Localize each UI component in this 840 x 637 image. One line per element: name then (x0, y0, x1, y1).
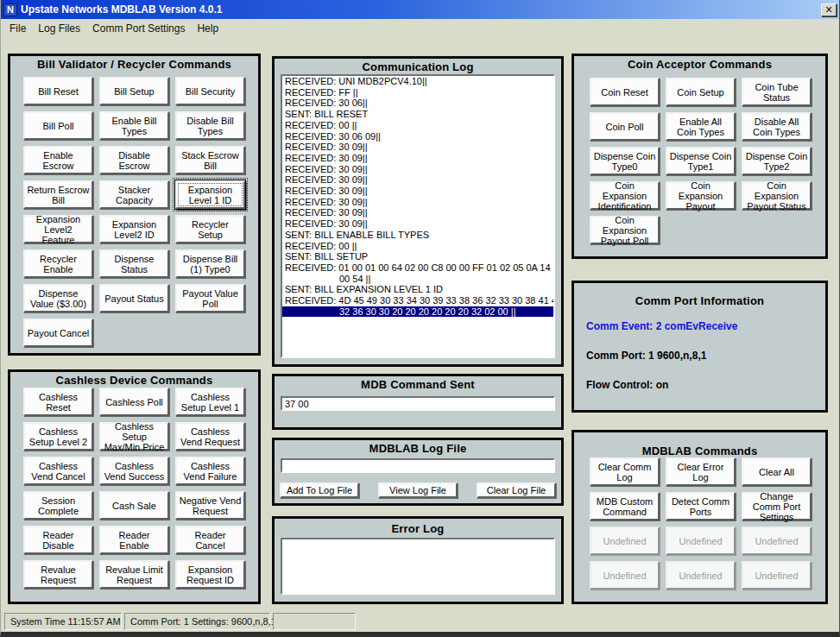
log-line[interactable]: SENT: BILL EXPANSION LEVEL 1 ID (282, 284, 553, 295)
log-line-selected[interactable]: 32 36 30 30 20 20 20 20 20 20 32 02 00 |… (282, 306, 553, 318)
disable-escrow-button[interactable]: Disable Escrow (99, 146, 169, 174)
mdblab-commands-title: MDBLAB Commands (574, 445, 825, 457)
log-line[interactable]: RECEIVED: 4D 45 49 30 33 34 30 39 33 38 … (282, 295, 553, 306)
coin-expansion-payout-button[interactable]: Coin Expansion Payout (666, 181, 736, 210)
bill-reset-button[interactable]: Bill Reset (23, 77, 93, 105)
revalue-request-button[interactable]: Revalue Request (23, 560, 93, 589)
clear-log-file-button[interactable]: Clear Log File (477, 482, 556, 498)
enable-all-coin-types-button[interactable]: Enable All Coin Types (666, 112, 736, 141)
reader-enable-button[interactable]: Reader Enable (99, 526, 169, 554)
log-line[interactable]: RECEIVED: 01 00 01 00 64 02 00 C8 00 00 … (282, 262, 553, 274)
log-line[interactable]: RECEIVED: 30 09|| (282, 218, 553, 230)
recycler-setup-button[interactable]: Recycler Setup (175, 215, 245, 243)
stack-escrow-bill-button[interactable]: Stack Escrow Bill (175, 146, 245, 174)
menu-file[interactable]: File (4, 21, 31, 36)
log-line[interactable]: RECEIVED: UNI MDB2PCV4.10|| (282, 76, 553, 87)
clear-error-log-button[interactable]: Clear Error Log (666, 457, 736, 486)
log-line[interactable]: SENT: BILL RESET (282, 109, 553, 120)
dispense-coin-type2-button[interactable]: Dispense Coin Type2 (742, 147, 812, 175)
bill-setup-button[interactable]: Bill Setup (99, 77, 169, 105)
mdb-command-sent-input[interactable] (281, 396, 555, 411)
cashless-setup-level-2-button[interactable]: Cashless Setup Level 2 (23, 422, 93, 451)
dispense-value-3-00-button[interactable]: Dispense Value ($3.00) (23, 284, 93, 312)
negative-vend-request-button[interactable]: Negative Vend Request (175, 491, 245, 520)
revalue-limit-request-button[interactable]: Revalue Limit Request (99, 560, 169, 589)
bill-security-button[interactable]: Bill Security (175, 77, 245, 105)
reader-cancel-button[interactable]: Reader Cancel (175, 526, 245, 554)
change-comm-port-settings-button[interactable]: Change Comm Port Settings (742, 492, 812, 520)
enable-escrow-button[interactable]: Enable Escrow (23, 146, 93, 174)
return-escrow-bill-button[interactable]: Return Escrow Bill (23, 180, 93, 209)
log-line[interactable]: RECEIVED: 00 || (282, 120, 553, 131)
coin-expansion-identification-button[interactable]: Coin Expansion Identification (590, 181, 660, 210)
menu-comm-port-settings[interactable]: Comm Port Settings (87, 21, 190, 36)
log-line[interactable]: RECEIVED: 30 09|| (282, 164, 553, 175)
stacker-capacity-button[interactable]: Stacker Capacity (99, 180, 169, 209)
cashless-setup-max-min-price-button[interactable]: Cashless Setup Max/Min Price (99, 422, 169, 451)
title-bar: N Upstate Networks MDBLAB Version 4.0.1 … (1, 0, 839, 19)
undefined-button: Undefined (742, 527, 812, 555)
menu-help[interactable]: Help (192, 21, 224, 36)
coin-expansion-payout-status-button[interactable]: Coin Expansion Payout Status (742, 181, 812, 210)
bill-poll-button[interactable]: Bill Poll (23, 111, 93, 140)
log-line[interactable]: RECEIVED: 30 09|| (282, 207, 553, 218)
reader-disable-button[interactable]: Reader Disable (23, 526, 93, 554)
dispense-bill-1-type0-button[interactable]: Dispense Bill (1) Type0 (175, 249, 245, 278)
cashless-reset-button[interactable]: Cashless Reset (23, 388, 93, 416)
recycler-enable-button[interactable]: Recycler Enable (23, 249, 93, 278)
log-line[interactable]: RECEIVED: 30 09|| (282, 174, 553, 186)
mdblab-commands-panel: MDBLAB Commands Clear Comm LogClear Erro… (572, 430, 828, 604)
cash-sale-button[interactable]: Cash Sale (99, 491, 169, 520)
status-bar: System Time 11:15:57 AM Comm Port: 1 Set… (1, 610, 839, 632)
log-line[interactable]: RECEIVED: 30 09|| (282, 197, 553, 208)
clear-all-button[interactable]: Clear All (742, 457, 812, 486)
coin-setup-button[interactable]: Coin Setup (666, 78, 736, 106)
expansion-level-1-id-button[interactable]: Expansion Level 1 ID (175, 180, 245, 209)
comm-port-value: Comm Port: 1 9600,n,8,1 (574, 350, 825, 362)
log-line[interactable]: RECEIVED: 30 06|| (282, 98, 553, 109)
cashless-vend-cancel-button[interactable]: Cashless Vend Cancel (23, 457, 93, 485)
cashless-vend-failure-button[interactable]: Cashless Vend Failure (175, 457, 245, 485)
mdblab-log-file-input[interactable] (281, 458, 555, 473)
cashless-device-panel: Cashless Device Commands Cashless ResetC… (8, 369, 261, 604)
expansion-level2-id-button[interactable]: Expansion Level2 ID (99, 215, 169, 243)
payout-value-poll-button[interactable]: Payout Value Poll (175, 284, 245, 312)
log-line[interactable]: RECEIVED: FF || (282, 87, 553, 98)
coin-reset-button[interactable]: Coin Reset (590, 78, 660, 106)
cashless-vend-success-button[interactable]: Cashless Vend Success (99, 457, 169, 485)
disable-bill-types-button[interactable]: Disable Bill Types (175, 111, 245, 140)
cashless-vend-request-button[interactable]: Cashless Vend Request (175, 422, 245, 451)
dispense-coin-type1-button[interactable]: Dispense Coin Type1 (666, 147, 736, 175)
view-log-file-button[interactable]: View Log File (378, 482, 458, 498)
mdb-custom-command-button[interactable]: MDB Custom Command (590, 492, 660, 520)
error-log-list[interactable] (281, 538, 555, 595)
log-line[interactable]: SENT: BILL SETUP (282, 251, 553, 262)
log-line[interactable]: SENT: BILL ENABLE BILL TYPES (282, 230, 553, 241)
session-complete-button[interactable]: Session Complete (23, 491, 93, 520)
communication-log-list[interactable]: RECEIVED: UNI MDB2PCV4.10||RECEIVED: FF … (281, 74, 555, 358)
add-to-log-file-button[interactable]: Add To Log File (280, 482, 359, 498)
expansion-level2-feature-button[interactable]: Expansion Level2 Feature (23, 215, 93, 243)
payout-status-button[interactable]: Payout Status (99, 284, 169, 312)
dispense-coin-type0-button[interactable]: Dispense Coin Type0 (590, 147, 660, 175)
clear-comm-log-button[interactable]: Clear Comm Log (590, 457, 660, 486)
menu-log-files[interactable]: Log Files (33, 21, 85, 36)
log-line[interactable]: RECEIVED: 30 09|| (282, 142, 553, 153)
enable-bill-types-button[interactable]: Enable Bill Types (99, 111, 169, 140)
dispense-status-button[interactable]: Dispense Status (99, 249, 169, 278)
close-icon[interactable]: ✕ (821, 3, 837, 16)
coin-poll-button[interactable]: Coin Poll (590, 112, 660, 141)
disable-all-coin-types-button[interactable]: Disable All Coin Types (742, 112, 812, 141)
coin-tube-status-button[interactable]: Coin Tube Status (742, 78, 812, 106)
log-line[interactable]: 00 54 || (282, 274, 553, 285)
cashless-poll-button[interactable]: Cashless Poll (99, 388, 169, 416)
log-line[interactable]: RECEIVED: 30 09|| (282, 186, 553, 197)
expansion-request-id-button[interactable]: Expansion Request ID (175, 560, 245, 589)
payout-cancel-button[interactable]: Payout Cancel (23, 318, 93, 347)
log-line[interactable]: RECEIVED: 30 09|| (282, 153, 553, 164)
coin-expansion-payout-poll-button[interactable]: Coin Expansion Payout Poll (590, 216, 660, 244)
log-line[interactable]: RECEIVED: 00 || (282, 241, 553, 252)
log-line[interactable]: RECEIVED: 30 06 09|| (282, 131, 553, 142)
detect-comm-ports-button[interactable]: Detect Comm Ports (666, 492, 736, 520)
cashless-setup-level-1-button[interactable]: Cashless Setup Level 1 (175, 388, 245, 416)
